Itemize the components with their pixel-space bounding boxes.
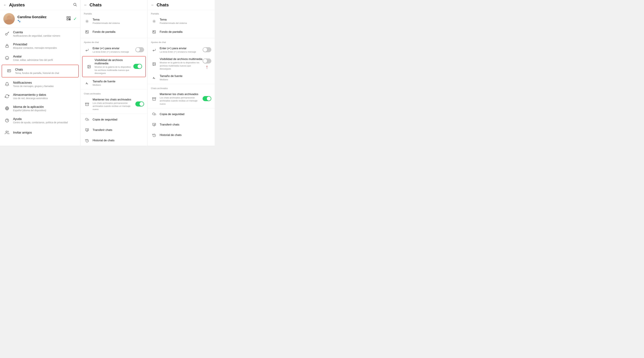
font-icon-right: A a	[152, 76, 156, 80]
cloud-icon-mid	[85, 118, 89, 121]
archivados-toggle-mid[interactable]	[135, 101, 144, 106]
enter-sub-right: La tecla Enter (↵) enviará tu mensaje	[160, 50, 202, 53]
setting-copia-right[interactable]: Copia de seguridad	[148, 109, 215, 119]
chats-title-right: Chats	[157, 2, 211, 8]
menu-item-idioma[interactable]: Idioma de la aplicación Español (idioma …	[0, 102, 80, 114]
tema-sub-right: Predeterminado del sistema	[160, 22, 211, 25]
setting-transferir-right[interactable]: Transferir chats	[148, 119, 215, 130]
tema-label-right: Tema	[160, 18, 211, 21]
setting-historial-right[interactable]: Historial de chats	[148, 130, 215, 140]
privacidad-sub: Bloquear contactos, mensajes temporales	[13, 47, 77, 49]
section-ajustes-right: Ajustes de chat	[148, 39, 215, 45]
menu-item-ayuda[interactable]: Ayuda Centro de ayuda, contáctanos, polí…	[0, 114, 80, 126]
key-icon	[5, 32, 9, 36]
svg-rect-35	[86, 128, 88, 131]
transferir-label-right: Transferir chats	[160, 123, 211, 126]
notificaciones-label: Notificaciones	[13, 81, 77, 85]
multimedia-toggle-right[interactable]	[202, 59, 211, 64]
almacenamiento-sub: Uso de red, descarga automática	[13, 97, 77, 100]
archivados-sub-mid: Los chats archivados permanecerán archiv…	[92, 102, 135, 111]
menu-item-notificaciones[interactable]: Notificaciones Tonos de mensajes, grupos…	[0, 78, 80, 90]
avatar	[3, 13, 15, 25]
setting-multimedia-right[interactable]: Visibilidad de archivos multimedia Mostr…	[148, 55, 215, 72]
setting-enter-mid[interactable]: Enter (↵) para enviar La tecla Enter (↵)…	[80, 45, 148, 55]
svg-rect-8	[70, 20, 70, 20]
menu-item-invitar[interactable]: Invitar amigos	[0, 126, 80, 139]
setting-fuente-right[interactable]: A a Tamaño de fuente Mediano	[148, 72, 215, 83]
tema-label-mid: Tema	[92, 18, 144, 21]
user-profile[interactable]: Carolina González 🐾 ✓	[0, 10, 80, 28]
theme-icon-right	[152, 20, 156, 23]
multimedia-toggle-mid[interactable]	[133, 64, 142, 69]
menu-item-chats[interactable]: Chats Tema, fondos de pantalla, historia…	[2, 65, 78, 77]
enter-toggle-right[interactable]	[202, 47, 211, 52]
menu-item-almacenamiento[interactable]: Almacenamiento y datos Uso de red, desca…	[0, 90, 80, 102]
sync-icon	[5, 94, 9, 98]
red-arrow-icon: ↑	[206, 64, 208, 70]
idioma-label: Idioma de la aplicación	[13, 105, 77, 109]
menu-item-privacidad[interactable]: Privacidad Bloquear contactos, mensajes …	[0, 40, 80, 52]
section-archivados-mid: Chats archivados	[80, 90, 148, 96]
setting-multimedia-mid[interactable]: Visibilidad de archivos multimedia Mostr…	[82, 56, 146, 77]
setting-tema-right[interactable]: Tema Predeterminado del sistema	[148, 16, 215, 27]
svg-point-41	[153, 31, 154, 32]
back-button-mid[interactable]: ←	[84, 3, 87, 7]
svg-text:a: a	[154, 77, 155, 79]
fuente-sub-mid: Mediano	[92, 84, 144, 87]
wallpaper-icon-mid	[85, 30, 89, 34]
multimedia-sub-mid: Mostrar en la galería de tu dispositivo …	[94, 66, 133, 75]
menu-item-cuenta[interactable]: Cuenta Notificaciones de seguridad, camb…	[0, 28, 80, 40]
fuente-label-mid: Tamaño de fuente	[92, 80, 144, 83]
theme-icon-mid	[85, 20, 89, 23]
invitar-label: Invitar amigos	[13, 131, 77, 134]
multimedia-sub-right: Mostrar en la galería de tu dispositivo …	[160, 61, 202, 70]
privacidad-label: Privacidad	[13, 43, 77, 46]
setting-copia-mid[interactable]: Copia de seguridad	[80, 114, 148, 125]
back-button-right[interactable]: ←	[151, 3, 154, 7]
svg-rect-49	[152, 123, 156, 125]
chats-settings-panel-mid: ← Chats Pantalla Tema Predeterminado del…	[80, 0, 148, 146]
enter-icon-mid	[85, 48, 89, 52]
enter-label-right: Enter (↵) para enviar	[160, 47, 202, 50]
setting-enter-right[interactable]: Enter (↵) para enviar La tecla Enter (↵)…	[148, 45, 215, 55]
setting-historial-mid[interactable]: Historial de chats	[80, 135, 148, 146]
user-status: 🐾	[18, 20, 66, 23]
svg-rect-46	[152, 98, 156, 98]
people-icon	[5, 130, 9, 135]
setting-transferir-mid[interactable]: Transferir chats	[80, 125, 148, 135]
setting-archivados-mid[interactable]: Mantener los chats archivados Los chats …	[80, 96, 148, 113]
section-pantalla-mid: Pantalla	[80, 10, 148, 16]
setting-archivados-right[interactable]: Mantener los chats archivados Los chats …	[148, 91, 215, 107]
history-icon-right	[152, 133, 156, 137]
multimedia-label-right: Visibilidad de archivos multimedia	[160, 57, 202, 61]
status-icon[interactable]: ✓	[73, 16, 77, 22]
settings-header: ← Ajustes	[0, 0, 80, 10]
svg-rect-32	[85, 103, 89, 104]
svg-text:a: a	[87, 83, 88, 85]
qr-icon[interactable]	[66, 16, 71, 22]
setting-tema-mid[interactable]: Tema Predeterminado del sistema	[80, 16, 148, 27]
user-name: Carolina González	[18, 15, 66, 19]
back-button[interactable]: ←	[3, 3, 7, 7]
tema-sub-mid: Predeterminado del sistema	[92, 22, 144, 25]
cloud-icon-right	[152, 112, 156, 116]
setting-fuente-mid[interactable]: A a Tamaño de fuente Mediano	[80, 78, 148, 89]
transfer-icon-right	[152, 123, 156, 126]
avatar-label: Avatar	[13, 55, 77, 58]
notificaciones-sub: Tonos de mensajes, grupos y llamadas	[13, 85, 77, 88]
setting-fondo-mid[interactable]: Fondo de pantalla	[80, 27, 148, 37]
section-archivados-right: Chats archivados	[148, 85, 215, 91]
setting-fondo-right[interactable]: Fondo de pantalla	[148, 27, 215, 37]
wallpaper-icon-right	[152, 30, 156, 34]
archivados-toggle-right[interactable]	[202, 96, 211, 101]
menu-item-avatar[interactable]: Avatar Crear, editar, administrar foto d…	[0, 52, 80, 64]
search-icon[interactable]	[73, 3, 77, 8]
section-pantalla-right: Pantalla	[148, 10, 215, 16]
archive-icon-mid	[85, 102, 89, 106]
enter-icon-right	[152, 48, 156, 52]
enter-toggle-mid[interactable]	[135, 47, 144, 52]
svg-line-11	[8, 32, 9, 33]
enter-sub-mid: La tecla Enter (↵) enviará tu mensaje	[92, 50, 135, 53]
multimedia-label-mid: Visibilidad de archivos multimedia	[94, 59, 133, 65]
svg-rect-4	[67, 19, 68, 20]
